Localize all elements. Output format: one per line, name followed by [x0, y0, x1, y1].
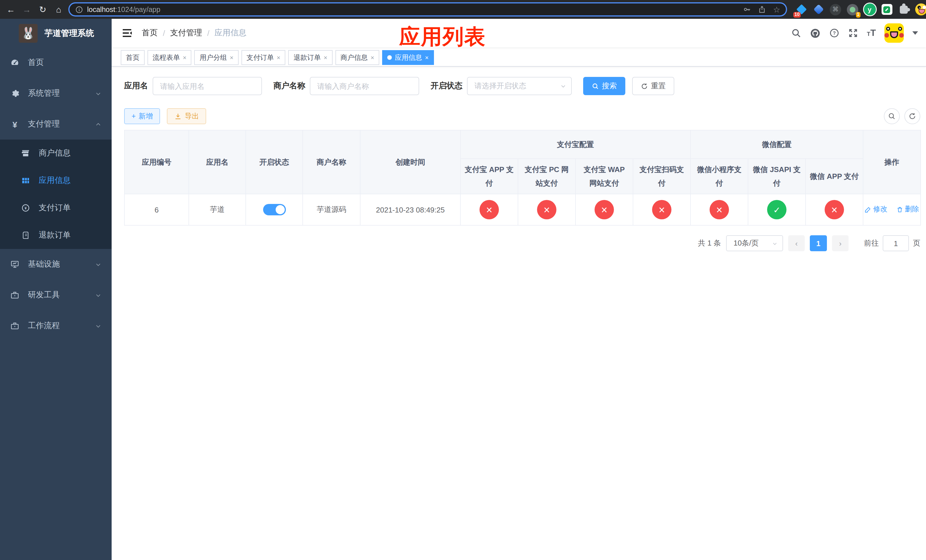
tab-home[interactable]: 首页 [121, 50, 145, 65]
page-size-select[interactable]: 10条/页 [726, 235, 783, 251]
sidebar-item-system[interactable]: 系统管理 [0, 78, 112, 109]
prev-page-button[interactable]: ‹ [788, 235, 805, 251]
tab-label: 商户信息 [340, 53, 368, 62]
monitor-chart-icon [10, 260, 20, 269]
delete-link[interactable]: 删除 [896, 205, 919, 215]
cell-app-name: 芋道 [189, 194, 246, 225]
browser-reload-icon[interactable]: ↻ [36, 4, 49, 15]
app-logo[interactable]: 🐰 芋道管理系统 [0, 19, 112, 47]
extension-puzzle-icon[interactable] [897, 3, 910, 16]
refund-order-icon [21, 231, 30, 240]
merchant-name-input[interactable] [310, 77, 419, 95]
breadcrumb-home[interactable]: 首页 [142, 28, 158, 38]
share-icon[interactable] [758, 5, 766, 14]
page-1-button[interactable]: 1 [810, 235, 827, 251]
tab-refund-order[interactable]: 退款订单 × [289, 50, 333, 65]
wechat-app-status-icon [825, 200, 844, 219]
app-name-label: 应用名 [124, 81, 148, 91]
page-content: 应用名 商户名称 开启状态 请选择开启状态 搜索 [112, 67, 926, 251]
address-bar[interactable]: localhost :1024/pay/app ☆ [68, 2, 787, 17]
search-button-label: 搜索 [602, 81, 617, 91]
pagination: 共 1 条 10条/页 ‹ 1 › 前往 页 [124, 235, 920, 251]
tab-close-icon[interactable]: × [425, 54, 428, 61]
toggle-search-button[interactable] [884, 108, 900, 124]
annotation-title: 应用列表 [399, 23, 486, 51]
breadcrumb-current: 应用信息 [215, 28, 247, 38]
tab-close-icon[interactable]: × [371, 54, 374, 61]
col-app-name: 应用名 [189, 130, 246, 194]
reset-button[interactable]: 重置 [632, 77, 674, 95]
search-icon[interactable] [791, 28, 801, 38]
chevron-down-icon [95, 292, 101, 298]
tab-process-form[interactable]: 流程表单 × [147, 50, 192, 65]
sidebar-item-app-info[interactable]: 应用信息 [0, 167, 112, 194]
avatar-caret-icon[interactable] [912, 31, 918, 35]
browser-forward-icon[interactable]: → [21, 5, 33, 14]
browser-chrome: ← → ↻ ⌂ localhost :1024/pay/app ☆ 10 ⌘ [0, 0, 926, 19]
chevron-down-icon [95, 261, 101, 268]
tab-close-icon[interactable]: × [324, 54, 327, 61]
font-size-icon[interactable]: TT [867, 29, 876, 38]
dashboard-icon [10, 58, 20, 67]
row-enabled-switch[interactable] [263, 204, 286, 215]
pagination-total: 共 1 条 [698, 238, 721, 248]
edit-link[interactable]: 修改 [864, 205, 887, 215]
password-key-icon[interactable] [743, 5, 752, 14]
bookmark-star-icon[interactable]: ☆ [773, 5, 780, 14]
tab-close-icon[interactable]: × [277, 54, 280, 61]
site-info-icon[interactable] [75, 5, 83, 14]
col-wechat-app: 微信 APP 支付 [805, 159, 863, 194]
browser-home-icon[interactable]: ⌂ [52, 5, 65, 14]
tab-merchant-info[interactable]: 商户信息 × [336, 50, 380, 65]
breadcrumb-separator: / [163, 29, 165, 38]
export-button[interactable]: 导出 [167, 108, 206, 124]
tab-app-info[interactable]: 应用信息 × [382, 50, 434, 65]
status-select[interactable]: 请选择开启状态 [467, 77, 572, 95]
sidebar-item-workflow[interactable]: 工作流程 [0, 310, 112, 341]
extension-command-icon[interactable]: ⌘ [829, 3, 842, 16]
chevron-down-icon [772, 240, 778, 247]
svg-text:?: ? [833, 30, 836, 36]
table-toolbar: + 新增 导出 [124, 108, 920, 124]
extension-gem-icon[interactable] [812, 3, 825, 16]
breadcrumb-separator: / [207, 29, 210, 38]
tab-pay-order[interactable]: 支付订单 × [242, 50, 286, 65]
page-size-value: 10条/页 [734, 238, 758, 248]
sidebar-item-pay-order[interactable]: ¥ 支付订单 [0, 194, 112, 222]
url-host: localhost [87, 5, 115, 14]
sidebar-item-home[interactable]: 首页 [0, 47, 112, 78]
status-label: 开启状态 [431, 81, 462, 91]
app-name-input[interactable] [153, 77, 262, 95]
extension-emoji-icon[interactable] [915, 3, 926, 16]
avatar[interactable] [884, 23, 904, 43]
sidebar-item-dev-tools[interactable]: 研发工具 [0, 280, 112, 310]
refresh-table-button[interactable] [904, 108, 920, 124]
breadcrumb-payment[interactable]: 支付管理 [170, 28, 202, 38]
col-app-id: 应用编号 [124, 130, 189, 194]
gear-icon [10, 89, 20, 98]
extension-y-icon[interactable]: y [863, 3, 876, 16]
sidebar-item-merchant-info[interactable]: 商户信息 [0, 139, 112, 167]
sidebar-collapse-icon[interactable] [121, 27, 133, 39]
extension-chat-icon[interactable] [881, 3, 893, 16]
next-page-button[interactable]: › [832, 235, 849, 251]
browser-back-icon[interactable]: ← [5, 5, 17, 14]
tab-user-group[interactable]: 用户分组 × [195, 50, 239, 65]
col-alipay-qr: 支付宝扫码支付 [633, 159, 690, 194]
payment-submenu: 商户信息 应用信息 ¥ 支付订单 退款订单 [0, 139, 112, 249]
reset-button-label: 重置 [651, 81, 666, 91]
tab-close-icon[interactable]: × [183, 54, 186, 61]
fullscreen-icon[interactable] [848, 28, 858, 38]
sidebar-item-payment[interactable]: ¥ 支付管理 [0, 109, 112, 139]
search-button[interactable]: 搜索 [583, 77, 625, 95]
sidebar-item-refund-order[interactable]: 退款订单 [0, 222, 112, 249]
goto-page-input[interactable] [883, 235, 909, 251]
tab-close-icon[interactable]: × [230, 54, 233, 61]
extension-sketch-icon[interactable]: 10 [795, 3, 808, 16]
sidebar-item-infrastructure[interactable]: 基础设施 [0, 249, 112, 280]
github-icon[interactable] [810, 28, 821, 38]
tab-label: 退款订单 [294, 53, 321, 62]
extension-status-icon[interactable]: 1 [846, 3, 859, 16]
add-button[interactable]: + 新增 [124, 108, 160, 124]
help-icon[interactable]: ? [829, 28, 840, 38]
